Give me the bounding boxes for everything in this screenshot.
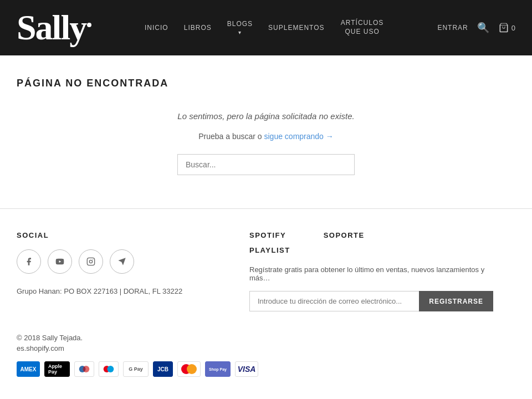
- cart-bag-icon: [498, 22, 509, 33]
- search-form: [17, 154, 515, 175]
- nav-inicio[interactable]: INICIO: [145, 24, 168, 32]
- footer: SOCIAL Grupo Hanan: PO BOX 227163 | DORA…: [0, 209, 532, 393]
- logo: Sally: [17, 10, 91, 45]
- applepay-icon: Apple Pay: [44, 361, 70, 377]
- visa-icon: VISA: [235, 361, 258, 377]
- continue-shopping-line: Prueba a buscar o sigue comprando →: [17, 132, 515, 141]
- shopify-link: es.shopify.com: [17, 344, 515, 352]
- spotify-col: SPOTIFY PLAYLIST: [249, 231, 290, 254]
- payment-icons: AMEX Apple Pay G Pay JCB Shop Pay VISA: [17, 361, 515, 377]
- error-message: Lo sentimos, pero la página solicitada n…: [17, 111, 515, 121]
- svg-point-1: [89, 260, 92, 263]
- instagram-icon[interactable]: [79, 249, 103, 274]
- social-icons: [17, 249, 227, 274]
- search-icon[interactable]: 🔍: [477, 22, 489, 34]
- copyright-text: © 2018 Sally Tejada.: [17, 334, 515, 342]
- svg-point-2: [93, 259, 93, 260]
- email-input[interactable]: [249, 291, 419, 311]
- footer-address: Grupo Hanan: PO BOX 227163 | DORAL, FL 3…: [17, 287, 227, 295]
- cart-button[interactable]: 0: [498, 22, 515, 33]
- soporte-col: SOPORTE: [324, 231, 365, 254]
- telegram-icon[interactable]: [110, 249, 134, 274]
- site-header: Sally INICIO LIBROS BLOGS ▾ SUPLEMENTOS …: [0, 0, 532, 55]
- header-actions: ENTRAR 🔍 0: [437, 22, 515, 34]
- spotify-title: SPOTIFY: [249, 231, 290, 239]
- nav-articulos[interactable]: ARTÍCULOS QUE USO: [340, 19, 385, 36]
- maestro-icon: [99, 361, 119, 377]
- nav-blogs-label: BLOGS: [227, 21, 253, 27]
- chevron-down-icon: ▾: [238, 29, 242, 35]
- main-content: PÁGINA NO ENCONTRADA Lo sentimos, pero l…: [0, 55, 532, 208]
- continue-shopping-link[interactable]: sigue comprando →: [264, 132, 334, 141]
- main-nav: INICIO LIBROS BLOGS ▾ SUPLEMENTOS ARTÍCU…: [91, 19, 437, 36]
- page-title: PÁGINA NO ENCONTRADA: [17, 78, 515, 89]
- youtube-icon[interactable]: [48, 249, 72, 274]
- soporte-title: SOPORTE: [324, 231, 365, 239]
- svg-rect-0: [87, 258, 94, 265]
- svg-point-6: [107, 366, 114, 372]
- register-button[interactable]: REGISTRARSE: [419, 291, 493, 311]
- shopifypay-icon: Shop Pay: [205, 361, 231, 377]
- facebook-icon[interactable]: [17, 249, 41, 274]
- footer-right: SPOTIFY PLAYLIST SOPORTE Regístrate grat…: [249, 231, 515, 311]
- newsletter-form: REGISTRARSE: [249, 291, 493, 311]
- amex-icon: AMEX: [17, 361, 40, 377]
- diners-icon: [74, 361, 94, 377]
- googlepay-icon: G Pay: [123, 361, 149, 377]
- jcb-icon: JCB: [153, 361, 173, 377]
- footer-top: SOCIAL Grupo Hanan: PO BOX 227163 | DORA…: [17, 231, 515, 311]
- playlist-title: PLAYLIST: [249, 246, 290, 254]
- logo-wrap[interactable]: Sally: [17, 10, 91, 45]
- footer-bottom: © 2018 Sally Tejada. es.shopify.com AMEX…: [17, 328, 515, 377]
- search-input[interactable]: [177, 154, 355, 175]
- cart-count: 0: [511, 24, 515, 32]
- svg-point-4: [83, 366, 89, 372]
- login-link[interactable]: ENTRAR: [437, 24, 468, 32]
- footer-columns: SPOTIFY PLAYLIST SOPORTE: [249, 231, 515, 254]
- nav-suplementos[interactable]: SUPLEMENTOS: [268, 24, 324, 32]
- nav-blogs[interactable]: BLOGS ▾: [227, 21, 253, 35]
- search-prefix-text: Prueba a buscar o: [198, 132, 262, 141]
- social-title: SOCIAL: [17, 231, 227, 239]
- nav-libros[interactable]: LIBROS: [184, 24, 212, 32]
- footer-left: SOCIAL Grupo Hanan: PO BOX 227163 | DORA…: [17, 231, 227, 311]
- newsletter-desc: Regístrate gratis para obtener lo último…: [249, 265, 493, 282]
- mastercard-icon: [177, 361, 201, 377]
